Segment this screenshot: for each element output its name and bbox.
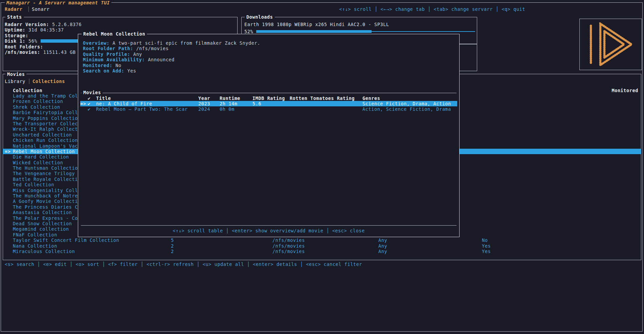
collection-name: The Vengeance Trilogy bbox=[13, 171, 75, 176]
field-label: Root Folder Path: bbox=[83, 46, 133, 51]
collection-name: Taylor Swift Concert Film Collection bbox=[13, 237, 119, 243]
column-header-year: Year bbox=[198, 96, 210, 101]
bottom-keybindings-hint: <s> search │ <e> edit │ <o> sort │ <f> f… bbox=[5, 262, 362, 267]
tab-sonarr[interactable]: Sonarr bbox=[32, 6, 49, 12]
app-screen: Managarr - A Servarr management TUI Rada… bbox=[0, 0, 644, 334]
collection-root-folder: /nfs/movies bbox=[272, 237, 305, 243]
column-header-title: Title bbox=[96, 96, 111, 101]
movie-year: 2023 bbox=[198, 101, 210, 106]
movies-panel-title: Movies bbox=[5, 71, 26, 77]
field-value: No bbox=[115, 63, 121, 68]
collection-movie-count: 5 bbox=[171, 237, 174, 243]
tab-separator: │ bbox=[28, 79, 31, 84]
movie-genres: Action, Science Fiction, Drama bbox=[362, 106, 451, 112]
tab-separator: │ bbox=[27, 6, 30, 12]
table-row[interactable]: Miraculous Collection2/nfs/moviesAnyYes bbox=[0, 249, 644, 254]
stat-label: Storage: bbox=[5, 33, 28, 38]
modal-movies-title: Movies bbox=[82, 90, 103, 95]
field-label: Minimum Availability: bbox=[83, 57, 145, 62]
stat-label: Disk 1: bbox=[5, 38, 25, 44]
collection-name: FNaF Collection bbox=[13, 232, 57, 237]
collection-name: Rebel Moon Collection bbox=[13, 149, 75, 154]
collection-monitored: Yes bbox=[482, 249, 491, 254]
movie-row-selected[interactable]: => ✔ ne: A Child of Fire 2023 2h 14m 5.6… bbox=[78, 101, 459, 106]
collection-name: Miraculous Collection bbox=[13, 249, 75, 254]
collection-root-folder: /nfs/movies bbox=[272, 243, 305, 249]
movie-row[interactable]: ✔ Rebel Moon – Part Two: The Scar 2024 0… bbox=[78, 106, 459, 112]
top-keybindings-hint: <↑↓> scroll │ <←→> change tab │ <tab> ch… bbox=[339, 6, 525, 12]
download-progress-bar bbox=[256, 30, 372, 33]
collection-name: Uncharted Collection bbox=[13, 132, 72, 138]
field-monitored: Monitored:No bbox=[83, 63, 260, 68]
stat-value: 5.2.6.8376 bbox=[52, 22, 82, 27]
collection-name: Frozen Collection bbox=[13, 99, 63, 104]
stat-storage: Storage: bbox=[5, 33, 82, 38]
collection-movie-count: 2 bbox=[171, 249, 174, 254]
table-row[interactable]: Nana Collection2/nfs/moviesAnyYes bbox=[0, 243, 644, 249]
field-value: /nfs/movies bbox=[136, 46, 169, 51]
movie-genres: Science Fiction, Drama, Action bbox=[362, 101, 451, 106]
download-progress-track bbox=[372, 31, 475, 32]
column-header-runtime: Runtime bbox=[220, 96, 240, 101]
app-title: Managarr - A Servarr management TUI bbox=[5, 0, 111, 5]
column-header-monitored: Monitored bbox=[612, 88, 638, 93]
field-label: Monitored: bbox=[83, 63, 112, 68]
movie-runtime: 0h 0m bbox=[220, 106, 235, 112]
column-header-check: ✔ bbox=[88, 96, 91, 101]
field-label: Overview: bbox=[83, 40, 110, 46]
column-header-collection: Collection bbox=[13, 88, 42, 93]
collection-name: Ted Collection bbox=[13, 182, 54, 187]
field-overview: Overview:A two-part sci-fi epic from fil… bbox=[83, 40, 260, 46]
collection-quality-profile: Any bbox=[378, 249, 387, 254]
collection-name: Shrek Collection bbox=[13, 104, 60, 110]
field-value: Yes bbox=[127, 68, 136, 74]
collection-monitored: No bbox=[482, 237, 488, 243]
stat-label: Radarr Version: bbox=[5, 22, 49, 27]
collection-root-folder: /nfs/movies bbox=[272, 249, 305, 254]
stat-value: 11511.43 GB bbox=[43, 49, 76, 55]
field-minimum-availability: Minimum Availability:Announced bbox=[83, 57, 260, 62]
collection-name: Dead Snow Collection bbox=[13, 221, 72, 226]
collection-name: Mary Poppins Collection bbox=[13, 116, 81, 121]
field-quality-profile: Quality Profile:Any bbox=[83, 51, 260, 57]
collection-name: Wreck-It Ralph Collection bbox=[13, 126, 87, 132]
field-value: Any bbox=[133, 51, 142, 57]
selection-marker: => bbox=[5, 149, 10, 154]
movie-title: Rebel Moon – Part Two: The Scar bbox=[96, 106, 188, 112]
table-row[interactable]: Taylor Swift Concert Film Collection5/nf… bbox=[0, 237, 644, 243]
collection-name: Die Hard Collection bbox=[13, 154, 69, 160]
modal-title: Rebel Moon Collection bbox=[82, 31, 147, 37]
tab-library[interactable]: Library bbox=[5, 79, 25, 84]
tab-radarr[interactable]: Radarr bbox=[5, 6, 22, 12]
stat-root-folder-size: /nfs/movies:11511.43 GB bbox=[5, 49, 82, 55]
movie-imdb-rating: 5.6 bbox=[252, 101, 261, 106]
collection-details-modal: Rebel Moon Collection Overview:A two-par… bbox=[78, 34, 460, 237]
collection-name: Anastasia Collection bbox=[13, 210, 72, 215]
tab-collections[interactable]: Collections bbox=[32, 79, 65, 84]
modal-footer-divider bbox=[81, 225, 457, 226]
collection-monitored: Yes bbox=[482, 243, 491, 249]
field-label: Quality Profile: bbox=[83, 51, 130, 57]
collection-name: The Huntsman Collection bbox=[13, 165, 81, 171]
stats-panel-title: Stats bbox=[5, 14, 24, 20]
column-header-genres: Genres bbox=[362, 96, 380, 101]
field-label: Search on Add: bbox=[83, 68, 124, 74]
collection-name: Chicken Run Collection bbox=[13, 138, 78, 143]
field-value: Announced bbox=[148, 57, 175, 62]
collection-name: Battle Royale Collection bbox=[13, 176, 84, 182]
movie-check: ✔ bbox=[88, 101, 91, 106]
stat-label: Uptime: bbox=[5, 27, 25, 33]
movie-runtime: 2h 14m bbox=[220, 101, 237, 106]
field-value: A two-part sci-fi epic from filmmaker Za… bbox=[113, 40, 260, 46]
stat-uptime: Uptime:31d 04:35:37 bbox=[5, 27, 82, 33]
collection-movie-count: 2 bbox=[171, 243, 174, 249]
stat-label: Root Folders: bbox=[5, 44, 43, 49]
stat-label: /nfs/movies: bbox=[5, 49, 40, 55]
collection-quality-profile: Any bbox=[378, 243, 387, 249]
collection-quality-profile: Any bbox=[378, 237, 387, 243]
collection-name: Wicked Collection bbox=[13, 160, 63, 165]
movies-section-divider bbox=[81, 93, 457, 93]
movie-check: ✔ bbox=[88, 106, 91, 112]
movie-title: ne: A Child of Fire bbox=[96, 101, 152, 106]
column-header-rotten-tomatoes: Rotten Tomatoes Rating bbox=[290, 96, 355, 101]
